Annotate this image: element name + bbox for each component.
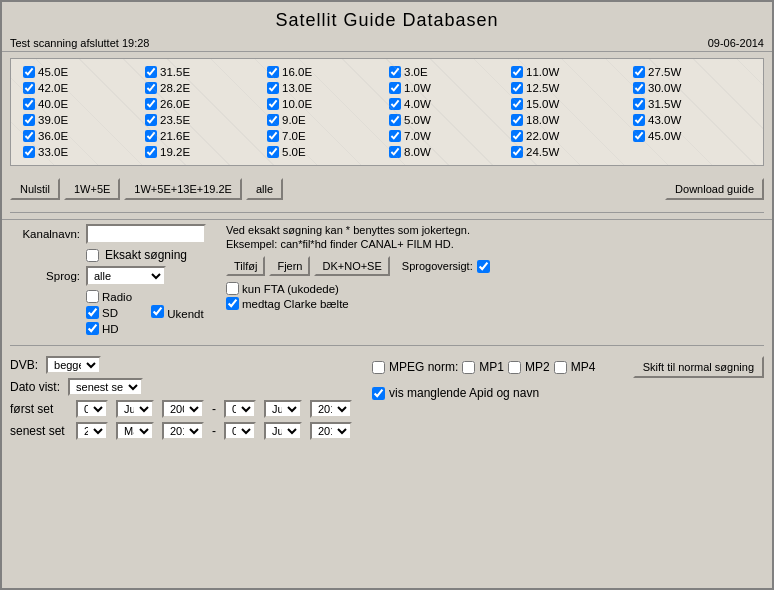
- satellite-checkbox[interactable]: [267, 114, 279, 126]
- satellite-checkbox[interactable]: [23, 146, 35, 158]
- satellite-checkbox[interactable]: [633, 114, 645, 126]
- satellite-item: 7.0W: [387, 129, 509, 143]
- satellite-checkbox[interactable]: [267, 146, 279, 158]
- satellite-checkbox[interactable]: [145, 114, 157, 126]
- satellite-checkbox[interactable]: [389, 146, 401, 158]
- nulstil-button[interactable]: Nulstil: [10, 178, 60, 200]
- hd-label: HD: [102, 323, 119, 335]
- satellite-checkbox[interactable]: [389, 66, 401, 78]
- dvb-right: MPEG norm: MP1 MP2 MP4 Skift til normal …: [372, 356, 764, 444]
- satellite-item: 31.5E: [143, 65, 265, 79]
- dato-vist-select[interactable]: senest set: [68, 378, 143, 396]
- satellite-label: 33.0E: [38, 146, 68, 158]
- satellite-label: 1.0W: [404, 82, 431, 94]
- satellite-label: 13.0E: [282, 82, 312, 94]
- satellite-item: 33.0E: [21, 145, 143, 159]
- vis-manglende-checkbox[interactable]: [372, 387, 385, 400]
- forst-year2-select[interactable]: 2014: [310, 400, 352, 418]
- ukendt-checkbox[interactable]: [151, 305, 164, 318]
- sprogoversigt-checkbox[interactable]: [477, 260, 490, 273]
- satellite-item: 12.5W: [509, 81, 631, 95]
- forst-day2-select[interactable]: 09: [224, 400, 256, 418]
- satellite-checkbox[interactable]: [511, 66, 523, 78]
- satellite-checkbox[interactable]: [145, 66, 157, 78]
- kun-fta-label: kun FTA (ukodede): [242, 283, 339, 295]
- satellite-checkbox[interactable]: [145, 98, 157, 110]
- skift-button[interactable]: Skift til normal søgning: [633, 356, 764, 378]
- satellite-label: 7.0W: [404, 130, 431, 142]
- senest-month2-select[interactable]: Jun: [264, 422, 302, 440]
- satellite-checkbox[interactable]: [633, 130, 645, 142]
- satellite-checkbox[interactable]: [145, 82, 157, 94]
- satellite-checkbox[interactable]: [23, 130, 35, 142]
- satellite-checkbox[interactable]: [145, 146, 157, 158]
- satellite-checkbox[interactable]: [633, 98, 645, 110]
- satellite-checkbox[interactable]: [511, 82, 523, 94]
- satellite-checkbox[interactable]: [267, 66, 279, 78]
- satellite-checkbox[interactable]: [267, 98, 279, 110]
- satellite-checkbox[interactable]: [389, 98, 401, 110]
- sd-row: SD Ukendt: [86, 305, 206, 320]
- kanalnavn-input[interactable]: [86, 224, 206, 244]
- senest-day-select[interactable]: 28: [76, 422, 108, 440]
- eksakt-row: Eksakt søgning: [10, 248, 206, 262]
- mp4-checkbox[interactable]: [554, 361, 567, 374]
- senest-year1-select[interactable]: 2014: [162, 422, 204, 440]
- fjern-button[interactable]: Fjern: [269, 256, 310, 276]
- senest-month1-select[interactable]: May: [116, 422, 154, 440]
- satellite-checkbox[interactable]: [633, 66, 645, 78]
- dato-vist-row: Dato vist: senest set: [10, 378, 352, 396]
- senest-year2-select[interactable]: 2014: [310, 422, 352, 440]
- forst-day-select[interactable]: 01: [76, 400, 108, 418]
- satellite-checkbox[interactable]: [267, 82, 279, 94]
- satellite-checkbox[interactable]: [389, 114, 401, 126]
- satellite-checkbox[interactable]: [145, 130, 157, 142]
- satellite-checkbox[interactable]: [389, 130, 401, 142]
- sprog-label: Sprog:: [10, 270, 80, 282]
- dkNOSE-button[interactable]: DK+NO+SE: [314, 256, 389, 276]
- download-guide-button[interactable]: Download guide: [665, 178, 764, 200]
- button-row: Nulstil 1W+5E 1W+5E+13E+19.2E alle Downl…: [2, 172, 772, 206]
- satellite-item: 22.0W: [509, 129, 631, 143]
- satellite-item: 21.6E: [143, 129, 265, 143]
- satellite-checkbox[interactable]: [23, 82, 35, 94]
- kun-fta-checkbox[interactable]: [226, 282, 239, 295]
- sd-checkbox[interactable]: [86, 306, 99, 319]
- sprog-select[interactable]: alle: [86, 266, 166, 286]
- satellite-item: 40.0E: [21, 97, 143, 111]
- forst-month1-select[interactable]: Jul: [116, 400, 154, 418]
- medtag-clarke-checkbox[interactable]: [226, 297, 239, 310]
- sd-label: SD: [102, 307, 118, 319]
- satellite-checkbox[interactable]: [267, 130, 279, 142]
- satellite-checkbox[interactable]: [511, 146, 523, 158]
- status-right: 09-06-2014: [708, 37, 764, 49]
- satellite-checkbox[interactable]: [511, 98, 523, 110]
- tilfoej-button[interactable]: Tilføj: [226, 256, 265, 276]
- satellite-checkbox[interactable]: [23, 66, 35, 78]
- satellite-label: 26.0E: [160, 98, 190, 110]
- satellite-checkbox[interactable]: [633, 82, 645, 94]
- satellite-checkbox[interactable]: [23, 114, 35, 126]
- senest-day2-select[interactable]: 09: [224, 422, 256, 440]
- mp4-label: MP4: [571, 360, 596, 374]
- alle-button[interactable]: alle: [246, 178, 283, 200]
- satellite-checkbox[interactable]: [511, 130, 523, 142]
- satellite-checkbox[interactable]: [389, 82, 401, 94]
- preset2-button[interactable]: 1W+5E+13E+19.2E: [124, 178, 242, 200]
- eksakt-sogning-checkbox[interactable]: [86, 249, 99, 262]
- mpeg-norm-checkbox[interactable]: [372, 361, 385, 374]
- satellite-item: 11.0W: [509, 65, 631, 79]
- mp1-checkbox[interactable]: [462, 361, 475, 374]
- preset1-button[interactable]: 1W+5E: [64, 178, 120, 200]
- satellite-checkbox[interactable]: [511, 114, 523, 126]
- radio-checkbox[interactable]: [86, 290, 99, 303]
- mp2-checkbox[interactable]: [508, 361, 521, 374]
- dvb-select[interactable]: begge: [46, 356, 101, 374]
- satellite-item: 36.0E: [21, 129, 143, 143]
- forst-month2-select[interactable]: Jun: [264, 400, 302, 418]
- forst-year1-select[interactable]: 2006: [162, 400, 204, 418]
- kanalnavn-label: Kanalnavn:: [10, 228, 80, 240]
- hd-checkbox[interactable]: [86, 322, 99, 335]
- satellite-checkbox[interactable]: [23, 98, 35, 110]
- satellite-item: 24.5W: [509, 145, 631, 159]
